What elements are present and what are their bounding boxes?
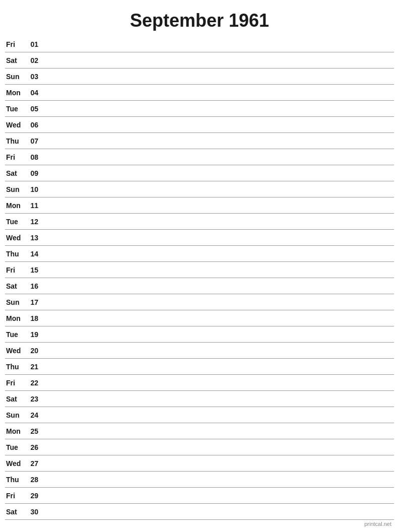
day-row: Mon18 xyxy=(5,310,394,326)
day-line xyxy=(41,447,394,447)
day-row: Fri01 xyxy=(5,36,394,52)
day-number: 18 xyxy=(26,314,41,322)
day-name: Wed xyxy=(5,234,26,242)
day-row: Tue19 xyxy=(5,326,394,343)
day-name: Fri xyxy=(5,379,26,387)
day-line xyxy=(41,270,394,270)
day-name: Sat xyxy=(5,508,26,516)
day-number: 07 xyxy=(26,137,41,145)
day-name: Tue xyxy=(5,443,26,451)
day-row: Thu07 xyxy=(5,133,394,149)
day-number: 03 xyxy=(26,73,41,81)
day-name: Wed xyxy=(5,121,26,129)
day-number: 14 xyxy=(26,250,41,258)
day-line xyxy=(41,511,394,512)
day-number: 22 xyxy=(26,379,41,387)
page-title: September 1961 xyxy=(0,0,399,36)
day-name: Sun xyxy=(5,298,26,306)
day-number: 01 xyxy=(26,40,41,48)
day-row: Sat16 xyxy=(5,278,394,294)
day-row: Mon04 xyxy=(5,85,394,101)
day-number: 15 xyxy=(26,266,41,274)
day-line xyxy=(41,44,394,44)
day-line xyxy=(41,302,394,302)
day-line xyxy=(41,495,394,496)
day-name: Fri xyxy=(5,266,26,274)
day-number: 05 xyxy=(26,105,41,113)
day-name: Sat xyxy=(5,395,26,403)
day-number: 19 xyxy=(26,330,41,339)
day-row: Thu14 xyxy=(5,246,394,262)
day-number: 28 xyxy=(26,476,41,484)
day-line xyxy=(41,463,394,463)
day-line xyxy=(41,108,394,109)
day-line xyxy=(41,253,394,254)
day-name: Sat xyxy=(5,282,26,290)
day-number: 30 xyxy=(26,508,41,516)
day-row: Fri15 xyxy=(5,262,394,278)
day-name: Mon xyxy=(5,89,26,97)
day-row: Wed27 xyxy=(5,455,394,472)
day-name: Mon xyxy=(5,314,26,322)
day-number: 10 xyxy=(26,185,41,193)
day-line xyxy=(41,124,394,125)
day-name: Thu xyxy=(5,363,26,371)
day-number: 08 xyxy=(26,153,41,161)
day-number: 09 xyxy=(26,169,41,177)
day-number: 13 xyxy=(26,234,41,242)
day-number: 24 xyxy=(26,411,41,419)
day-line xyxy=(41,205,394,206)
day-row: Fri08 xyxy=(5,149,394,165)
day-number: 25 xyxy=(26,427,41,435)
day-name: Wed xyxy=(5,459,26,468)
day-name: Fri xyxy=(5,40,26,48)
day-name: Mon xyxy=(5,202,26,210)
day-line xyxy=(41,60,394,60)
day-name: Thu xyxy=(5,250,26,258)
day-line xyxy=(41,157,394,157)
day-row: Sun10 xyxy=(5,181,394,197)
day-number: 26 xyxy=(26,443,41,451)
day-name: Wed xyxy=(5,347,26,355)
day-number: 12 xyxy=(26,218,41,226)
day-name: Sat xyxy=(5,56,26,64)
day-line xyxy=(41,431,394,431)
calendar-grid: Fri01Sat02Sun03Mon04Tue05Wed06Thu07Fri08… xyxy=(0,36,399,520)
day-line xyxy=(41,189,394,189)
day-row: Sun24 xyxy=(5,407,394,423)
day-name: Tue xyxy=(5,330,26,339)
day-name: Thu xyxy=(5,137,26,145)
day-line xyxy=(41,141,394,141)
day-line xyxy=(41,237,394,238)
day-number: 27 xyxy=(26,459,41,468)
day-line xyxy=(41,173,394,173)
day-row: Tue12 xyxy=(5,214,394,230)
day-number: 02 xyxy=(26,56,41,64)
day-number: 23 xyxy=(26,395,41,403)
day-line xyxy=(41,350,394,351)
day-name: Sun xyxy=(5,73,26,81)
day-row: Sun17 xyxy=(5,294,394,310)
day-line xyxy=(41,318,394,318)
day-row: Tue26 xyxy=(5,439,394,455)
day-name: Tue xyxy=(5,105,26,113)
day-line xyxy=(41,92,394,93)
day-row: Fri22 xyxy=(5,375,394,391)
day-number: 06 xyxy=(26,121,41,129)
day-row: Wed06 xyxy=(5,117,394,133)
day-name: Fri xyxy=(5,153,26,161)
day-number: 16 xyxy=(26,282,41,290)
day-row: Mon25 xyxy=(5,423,394,439)
day-name: Sun xyxy=(5,411,26,419)
day-row: Wed20 xyxy=(5,343,394,359)
day-number: 20 xyxy=(26,347,41,355)
day-name: Sat xyxy=(5,169,26,177)
day-line xyxy=(41,479,394,480)
day-name: Mon xyxy=(5,427,26,435)
day-number: 29 xyxy=(26,492,41,500)
day-number: 17 xyxy=(26,298,41,306)
day-line xyxy=(41,286,394,286)
day-line xyxy=(41,366,394,367)
day-row: Sat09 xyxy=(5,165,394,181)
day-line xyxy=(41,398,394,399)
